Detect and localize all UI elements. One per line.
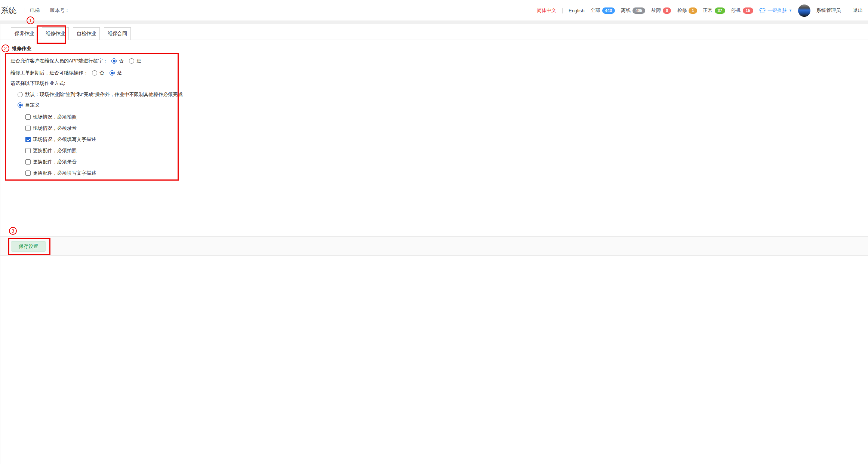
radio-label: 默认：现场作业除"签到"和"完成"操作外，作业中不限制其他操作必须完成 — [25, 91, 182, 98]
save-bar: 保存设置 — [0, 236, 868, 256]
form-row-check-site-photo: 现场情况，必须拍照 — [25, 114, 82, 120]
status-badge-offline[interactable]: 离线 405 — [621, 7, 645, 14]
radio-icon[interactable] — [18, 102, 23, 108]
username: 系统管理员 — [816, 7, 841, 14]
checkbox-icon[interactable] — [25, 148, 31, 153]
lang-simplified-chinese[interactable]: 简体中文 — [537, 7, 556, 14]
checkbox-option[interactable]: 现场情况，必须拍照 — [25, 114, 77, 120]
radio-icon[interactable] — [18, 92, 23, 97]
radio-icon[interactable] — [111, 58, 117, 64]
checkbox-label: 更换配件，必须填写文字描述 — [33, 170, 96, 176]
page-background-strip — [0, 21, 868, 24]
checkbox-label: 更换配件，必须拍照 — [33, 147, 77, 154]
badge-count: 443 — [602, 7, 615, 14]
radio-option-default-mode[interactable]: 默认：现场作业除"签到"和"完成"操作外，作业中不限制其他操作必须完成 — [18, 91, 182, 98]
tshirt-icon — [759, 7, 766, 13]
radio-option-yes[interactable]: 是 — [110, 70, 122, 76]
radio-label: 否 — [119, 58, 124, 64]
form-row-sign-permission: 是否允许客户在维保人员的APP端进行签字： 否 是 — [10, 58, 147, 64]
checkbox-label: 现场情况，必须拍照 — [33, 114, 77, 120]
checkbox-option[interactable]: 更换配件，必须拍照 — [25, 147, 77, 154]
radio-option-custom-mode[interactable]: 自定义 — [18, 102, 40, 108]
status-badge-fault[interactable]: 故障 0 — [651, 7, 671, 14]
checkbox-option[interactable]: 现场情况，必须填写文字描述 — [25, 136, 96, 143]
form-row-check-parts-text: 更换配件，必须填写文字描述 — [25, 170, 101, 176]
checkbox-option[interactable]: 更换配件，必须填写文字描述 — [25, 170, 96, 176]
radio-label: 是 — [117, 70, 122, 76]
page: 系统 电梯 版本号： 简体中文 English 全部 443 离线 405 故障… — [0, 0, 868, 464]
form-row-check-site-text: 现场情况，必须填写文字描述 — [25, 136, 101, 143]
status-badge-inspection[interactable]: 检修 1 — [677, 7, 697, 14]
status-badge-all[interactable]: 全部 443 — [591, 7, 615, 14]
checkbox-icon[interactable] — [25, 114, 31, 120]
radio-option-no[interactable]: 否 — [111, 58, 124, 64]
chevron-down-icon: ▼ — [789, 9, 792, 12]
checkbox-option[interactable]: 更换配件，必须录音 — [25, 159, 77, 165]
avatar[interactable] — [798, 4, 810, 17]
radio-icon[interactable] — [129, 58, 134, 64]
lang-english[interactable]: English — [569, 8, 585, 13]
checkbox-label: 现场情况，必须填写文字描述 — [33, 136, 96, 143]
section-divider-line — [34, 48, 865, 48]
tab-selfcheck-work[interactable]: 自检作业 — [73, 27, 100, 40]
app-logo: 系统 — [1, 5, 16, 16]
form-row-check-parts-photo: 更换配件，必须拍照 — [25, 147, 82, 154]
checkbox-icon[interactable] — [25, 170, 31, 176]
checkbox-option[interactable]: 现场情况，必须录音 — [25, 125, 77, 132]
badge-count: 37 — [715, 7, 725, 14]
tab-repair-work[interactable]: 维修作业 — [42, 27, 69, 40]
divider — [562, 8, 563, 13]
tab-maintenance-work[interactable]: 保养作业 — [11, 27, 38, 40]
form-row-overdue-operation: 维修工单超期后，是否可继续操作： 否 是 — [10, 70, 127, 76]
main-content: 保养作业 维修作业 自检作业 维保合同 维修作业 是否允许客户在维保人员的APP… — [0, 24, 868, 464]
form-row-check-parts-audio: 更换配件，必须录音 — [25, 159, 82, 165]
question-label: 请选择以下现场作业方式: — [10, 80, 65, 87]
checkbox-label: 更换配件，必须录音 — [33, 159, 77, 165]
radio-label: 否 — [99, 70, 104, 76]
logout-button[interactable]: 退出 — [853, 7, 863, 14]
version-label: 版本号： — [50, 7, 70, 14]
radio-icon[interactable] — [92, 70, 97, 76]
checkbox-icon[interactable] — [25, 126, 31, 131]
app-header: 系统 电梯 版本号： 简体中文 English 全部 443 离线 405 故障… — [0, 0, 868, 21]
checkbox-icon[interactable] — [25, 159, 31, 165]
question-label: 维修工单超期后，是否可继续操作： — [10, 70, 88, 76]
skin-switcher-button[interactable]: 一键换肤 ▼ — [759, 7, 792, 14]
form-row-mode-default: 默认：现场作业除"签到"和"完成"操作外，作业中不限制其他操作必须完成 — [18, 91, 188, 98]
radio-option-yes[interactable]: 是 — [129, 58, 141, 64]
status-badge-normal[interactable]: 正常 37 — [703, 7, 725, 14]
section-title: 维修作业 — [12, 45, 31, 52]
radio-label: 是 — [136, 58, 141, 64]
divider — [847, 8, 847, 13]
header-right: 简体中文 English 全部 443 离线 405 故障 0 检修 1 正常 … — [537, 0, 863, 21]
header-left: 系统 电梯 版本号： — [1, 0, 70, 21]
tab-warranty-contract[interactable]: 维保合同 — [104, 27, 131, 40]
skin-switcher-label: 一键换肤 — [767, 7, 787, 14]
checkbox-label: 现场情况，必须录音 — [33, 125, 77, 132]
radio-label: 自定义 — [25, 102, 40, 108]
radio-icon[interactable] — [110, 70, 115, 76]
form-row-mode-custom: 自定义 — [18, 102, 45, 108]
radio-option-no[interactable]: 否 — [92, 70, 104, 76]
badge-count: 1 — [689, 7, 697, 14]
badge-count: 0 — [663, 7, 671, 14]
form-row-check-site-audio: 现场情况，必须录音 — [25, 125, 82, 132]
checkbox-icon[interactable] — [25, 137, 31, 142]
status-badge-stopped[interactable]: 停机 15 — [731, 7, 753, 14]
question-label: 是否允许客户在维保人员的APP端进行签字： — [10, 58, 108, 64]
form-row-mode-question: 请选择以下现场作业方式: — [10, 80, 69, 87]
badge-count: 15 — [743, 7, 753, 14]
save-settings-button[interactable]: 保存设置 — [11, 241, 46, 252]
badge-count: 405 — [632, 7, 645, 14]
product-label: 电梯 — [30, 7, 40, 14]
divider — [25, 8, 25, 13]
tab-bar: 保养作业 维修作业 自检作业 维保合同 — [11, 27, 135, 40]
